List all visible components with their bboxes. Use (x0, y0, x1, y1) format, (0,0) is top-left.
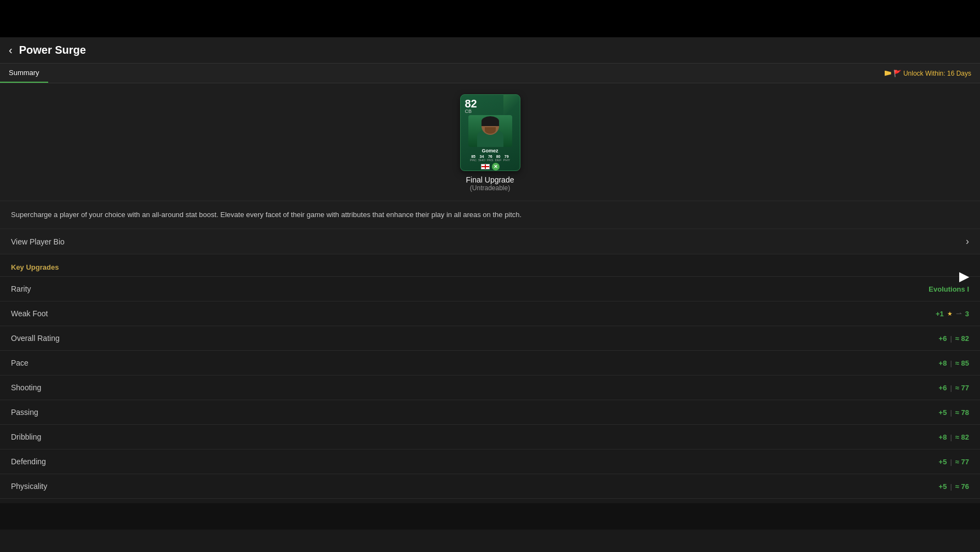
upgrade-label-shooting: Shooting (11, 383, 41, 392)
upgrade-row-dribbling: Dribbling +8 | ≈ 82 (0, 424, 980, 449)
weakfoot-plus: +1 (936, 310, 944, 318)
upgrade-label-passing: Passing (11, 408, 38, 417)
player-card-section: 82 CB Gomez 85 P (0, 83, 980, 201)
upgrade-row-defending: Defending +5 | ≈ 77 (0, 449, 980, 474)
overall-divider: | (950, 334, 952, 343)
card-stat-pac: 85 PAC (470, 155, 477, 162)
upgrades-list: Rarity Evolutions I Weak Foot +1 ★ ⇀ 3 O… (0, 276, 980, 499)
upgrade-value-passing: +5 | ≈ 78 (939, 408, 969, 417)
card-stat-sho: 34 SHO (478, 155, 485, 162)
upgrade-row-physicality: Physicality +5 | ≈ 76 (0, 474, 980, 499)
weakfoot-total: 3 (965, 310, 969, 318)
upgrade-row-weakfoot: Weak Foot +1 ★ ⇀ 3 (0, 301, 980, 326)
card-top: 82 CB (461, 95, 520, 114)
pace-plus: +8 (939, 359, 947, 367)
card-stats-row: 85 PAC 34 SHO 76 PAS 80 DEF 79 PHY (470, 155, 510, 162)
card-position: CB (465, 109, 472, 114)
physicality-divider: | (950, 482, 952, 491)
upgrade-value-overall: +6 | ≈ 82 (939, 334, 969, 343)
upgrade-row-shooting: Shooting +6 | ≈ 77 (0, 375, 980, 400)
card-stat-def: 80 DEF (495, 155, 502, 162)
card-label: Final Upgrade (Untradeable) (466, 175, 514, 192)
tab-summary[interactable]: Summary (0, 64, 48, 83)
view-bio-row[interactable]: View Player Bio › (0, 229, 980, 254)
physicality-total: ≈ 76 (955, 482, 969, 491)
card-stat-phy: 79 PHY (503, 155, 510, 162)
flag-icon (885, 71, 891, 76)
dribbling-plus: +8 (939, 433, 947, 441)
nav-arrow-right[interactable]: ▶ (959, 269, 969, 284)
card-flags-row: ✕ (481, 163, 500, 170)
top-black-bar (0, 0, 980, 37)
defending-total: ≈ 77 (955, 458, 969, 466)
upgrade-label-overall: Overall Rating (11, 334, 60, 343)
pace-divider: | (950, 359, 952, 367)
evolutions-badge: Evolutions I (929, 285, 969, 293)
description-text: Supercharge a player of your choice with… (11, 210, 969, 220)
view-bio-text: View Player Bio (11, 237, 65, 246)
unlock-badge: 🚩 Unlock Within: 16 Days (885, 70, 971, 77)
main-content: 82 CB Gomez 85 P (0, 83, 980, 530)
upgrade-row-passing: Passing +5 | ≈ 78 (0, 400, 980, 424)
chevron-right-icon: › (966, 236, 969, 247)
upgrade-label-defending: Defending (11, 457, 46, 466)
shooting-divider: | (950, 384, 952, 392)
shooting-total: ≈ 77 (955, 384, 969, 392)
player-card: 82 CB Gomez 85 P (460, 94, 520, 171)
passing-divider: | (950, 408, 952, 417)
defending-divider: | (950, 458, 952, 466)
dribbling-total: ≈ 82 (955, 433, 969, 441)
pace-total: ≈ 85 (955, 359, 969, 367)
upgrade-value-pace: +8 | ≈ 85 (939, 359, 969, 367)
overall-plus: +6 (939, 334, 947, 343)
upgrade-label-pace: Pace (11, 358, 28, 367)
upgrade-label-physicality: Physicality (11, 482, 47, 491)
upgrade-value-weakfoot: +1 ★ ⇀ 3 (936, 310, 969, 318)
upgrade-label-dribbling: Dribbling (11, 433, 41, 441)
card-rating: 82 (465, 98, 477, 109)
passing-total: ≈ 78 (955, 408, 969, 417)
overall-total: ≈ 82 (955, 334, 969, 343)
weakfoot-divider: ⇀ (956, 310, 962, 318)
star-icon: ★ (947, 310, 953, 317)
physicality-plus: +5 (939, 482, 947, 491)
shooting-plus: +6 (939, 384, 947, 392)
key-upgrades-title: Key Upgrades (11, 263, 59, 271)
upgrade-label-weakfoot: Weak Foot (11, 309, 48, 318)
dribbling-divider: | (950, 433, 952, 441)
description-row: Supercharge a player of your choice with… (0, 201, 980, 229)
back-button[interactable]: ‹ (9, 44, 13, 56)
upgrade-row-pace: Pace +8 | ≈ 85 (0, 350, 980, 375)
tab-bar: Summary 🚩 Unlock Within: 16 Days (0, 64, 980, 83)
upgrade-value-defending: +5 | ≈ 77 (939, 458, 969, 466)
page-title: Power Surge (19, 44, 86, 56)
upgrade-row-rarity: Rarity Evolutions I (0, 276, 980, 301)
card-label-sub: (Untradeable) (466, 184, 514, 192)
passing-plus: +5 (939, 408, 947, 417)
header-bar: ‹ Power Surge (0, 37, 980, 64)
player-beard (485, 127, 496, 134)
england-flag (481, 164, 490, 169)
upgrade-value-physicality: +5 | ≈ 76 (939, 482, 969, 491)
bottom-bar (0, 503, 980, 530)
card-player-name: Gomez (482, 148, 498, 153)
unlock-text: 🚩 Unlock Within: 16 Days (893, 70, 971, 77)
player-hair (482, 116, 499, 126)
card-label-main: Final Upgrade (466, 175, 514, 184)
key-upgrades-header: Key Upgrades (0, 254, 980, 276)
upgrade-value-dribbling: +8 | ≈ 82 (939, 433, 969, 441)
defending-plus: +5 (939, 458, 947, 466)
card-player-image (468, 115, 512, 147)
upgrade-row-overall: Overall Rating +6 | ≈ 82 (0, 326, 980, 350)
upgrade-label-rarity: Rarity (11, 284, 31, 293)
card-stat-pas: 76 PAS (487, 155, 494, 162)
upgrade-value-shooting: +6 | ≈ 77 (939, 384, 969, 392)
upgrade-icon: ✕ (492, 163, 500, 170)
